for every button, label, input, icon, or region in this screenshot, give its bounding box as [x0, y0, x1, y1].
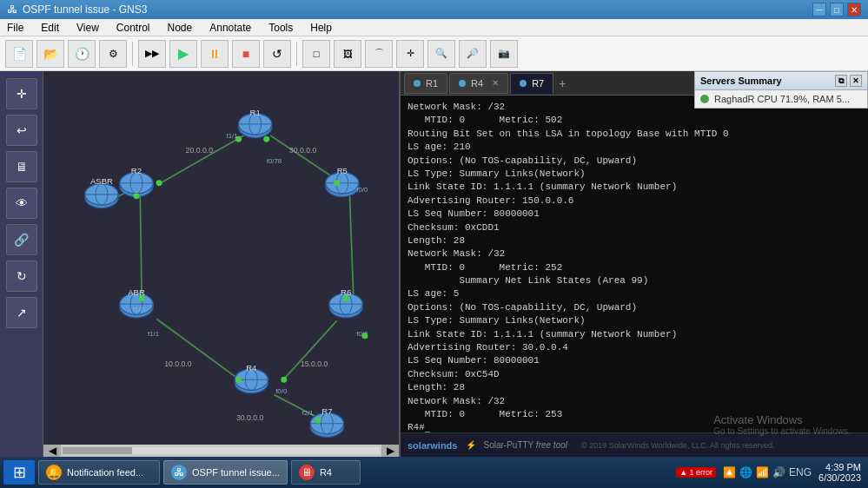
sidebar-eye-icon[interactable]: 👁: [6, 188, 37, 219]
tab-label-R1: R1: [426, 78, 438, 89]
svg-text:30.0.0.0: 30.0.0.0: [236, 413, 264, 422]
screenshot-button[interactable]: 🖼: [334, 40, 361, 68]
term-line: Length: 28: [407, 381, 861, 394]
term-line: LS Seq Number: 80000001: [407, 354, 861, 367]
scroll-track[interactable]: [63, 447, 380, 454]
server-status-dot: [700, 95, 709, 103]
start-all-button[interactable]: ▶▶: [138, 40, 166, 68]
menu-tools[interactable]: Tools: [265, 20, 296, 36]
reload-button[interactable]: ↺: [263, 40, 291, 68]
preferences-button[interactable]: ⚙: [99, 40, 127, 68]
zoom-out-button[interactable]: 🔎: [459, 40, 487, 68]
start-button[interactable]: ⊞: [3, 460, 35, 485]
footer-product: Solar-PuTTY free tool: [483, 440, 567, 450]
term-line: Checksum: 0xC54D: [407, 368, 861, 381]
zoom-in-button[interactable]: 🔍: [427, 40, 455, 68]
tab-R7[interactable]: R7: [510, 73, 553, 94]
ss-float-btn[interactable]: ⧉: [835, 75, 847, 87]
tray-wifi-icon: 📶: [756, 466, 769, 478]
title-bar-controls: ─ □ ✕: [812, 3, 861, 16]
sidebar-move-icon[interactable]: ✛: [6, 78, 37, 109]
left-sidebar: ✛ ↩ 🖥 👁 🔗 ↻ ↗: [0, 71, 43, 457]
ss-close-btn[interactable]: ✕: [850, 75, 862, 87]
terminal-area: R1 R4 ✕ R7 + ⊕ — □ ✕ Network Mask: /32 M: [399, 71, 868, 457]
footer-copyright: © 2019 SolarWinds Worldwide, LLC. All ri…: [581, 441, 775, 450]
taskbar-right: ▲ 1 error 🔼 🌐 📶 🔊 ENG 4:39 PM 6/30/2023: [676, 462, 865, 483]
sidebar-back-icon[interactable]: ↩: [6, 115, 37, 146]
new-button[interactable]: 📄: [5, 40, 33, 68]
console-button[interactable]: □: [302, 40, 330, 68]
menu-view[interactable]: View: [73, 20, 103, 36]
svg-point-62: [235, 136, 242, 142]
taskbar-notification[interactable]: 🔔 Notification feed...: [38, 460, 160, 485]
term-line: LS Type: Summary Links(Network): [407, 168, 861, 181]
sidebar-refresh-icon[interactable]: ↻: [6, 260, 37, 292]
footer-logo-symbol: ⚡: [466, 440, 476, 450]
svg-text:f0/0: f0/0: [356, 186, 368, 194]
tray-lang-icon: ENG: [789, 466, 812, 478]
menu-annotate[interactable]: Annotate: [206, 20, 255, 36]
taskbar-gns3[interactable]: 🖧 OSPF tunnel issue...: [163, 460, 288, 485]
taskbar-r4-label: R4: [320, 467, 332, 478]
svg-point-67: [343, 295, 349, 301]
sidebar-link-icon[interactable]: 🔗: [6, 224, 37, 255]
open-button[interactable]: 📂: [36, 40, 64, 68]
svg-text:ASBR: ASBR: [90, 176, 113, 186]
term-line: Link State ID: 1.1.1.1 (summary Network …: [407, 328, 861, 341]
network-area[interactable]: R1 R2 ASBR: [43, 71, 399, 457]
scroll-left-btn[interactable]: ◀: [43, 445, 61, 457]
term-line: Advertising Router: 30.0.0.4: [407, 341, 861, 354]
tab-close-R4[interactable]: ✕: [492, 78, 499, 88]
tab-add-button[interactable]: +: [559, 76, 566, 90]
scroll-right-btn[interactable]: ▶: [381, 445, 399, 457]
term-line: MTID: 0 Metric: 253: [407, 408, 861, 421]
tab-R1[interactable]: R1: [404, 73, 447, 94]
stop-button[interactable]: ■: [232, 40, 260, 68]
term-line: LS Seq Number: 80000001: [407, 208, 861, 221]
play-button[interactable]: ▶: [169, 40, 197, 68]
svg-point-68: [235, 377, 242, 383]
close-button[interactable]: ✕: [847, 3, 861, 16]
term-line: Options: (No TOS-capability, DC, Upward): [407, 155, 861, 168]
maximize-button[interactable]: □: [830, 3, 844, 16]
tab-R4[interactable]: R4 ✕: [449, 73, 508, 94]
menu-file[interactable]: File: [3, 20, 27, 36]
gns3-icon: 🖧: [171, 465, 187, 480]
sidebar-arrow-icon[interactable]: ↗: [6, 297, 37, 328]
clock-time: 4:39 PM: [818, 462, 861, 472]
terminal-footer: solarwinds ⚡ Solar-PuTTY free tool © 201…: [401, 432, 868, 457]
svg-point-71: [361, 333, 368, 339]
tab-label-R4: R4: [471, 78, 483, 89]
add-link-button[interactable]: ⌒: [365, 40, 393, 68]
taskbar-r4[interactable]: 🖥 R4: [291, 460, 361, 485]
svg-text:f2/1: f2/1: [302, 409, 314, 417]
toolbar-sep1: [132, 42, 133, 66]
terminal-content[interactable]: Network Mask: /32 MTID: 0 Metric: 502 Ro…: [401, 96, 868, 432]
menu-control[interactable]: Control: [113, 20, 154, 36]
camera-button[interactable]: 📷: [490, 40, 518, 68]
term-line: LS age: 5: [407, 287, 861, 300]
tray-icons: 🔼 🌐 📶 🔊 ENG: [723, 466, 812, 478]
clock-date: 6/30/2023: [818, 472, 861, 483]
menu-help[interactable]: Help: [307, 20, 335, 36]
term-line: MTID: 0 Metric: 252: [407, 261, 861, 274]
notification-icon: 🔔: [46, 465, 62, 480]
servers-summary-controls: ⧉ ✕: [835, 75, 862, 87]
menu-node[interactable]: Node: [164, 20, 196, 36]
term-line: Network Mask: /32: [407, 247, 861, 260]
svg-text:f0/78: f0/78: [267, 157, 282, 165]
pointer-button[interactable]: ✛: [396, 40, 424, 68]
menu-edit[interactable]: Edit: [37, 20, 63, 36]
snapshot-button[interactable]: 🕐: [68, 40, 96, 68]
minimize-button[interactable]: ─: [812, 3, 826, 16]
scroll-thumb[interactable]: [63, 447, 132, 454]
sidebar-device-icon[interactable]: 🖥: [6, 151, 37, 182]
svg-point-66: [139, 295, 145, 301]
svg-text:30.0.0.0: 30.0.0.0: [289, 146, 317, 155]
svg-text:R5: R5: [337, 166, 348, 175]
svg-text:R1: R1: [250, 107, 261, 116]
h-scrollbar[interactable]: ◀ ▶: [43, 445, 399, 457]
taskbar-clock[interactable]: 4:39 PM 6/30/2023: [818, 462, 861, 483]
pause-button[interactable]: ⏸: [201, 40, 229, 68]
error-badge[interactable]: ▲ 1 error: [676, 467, 716, 478]
